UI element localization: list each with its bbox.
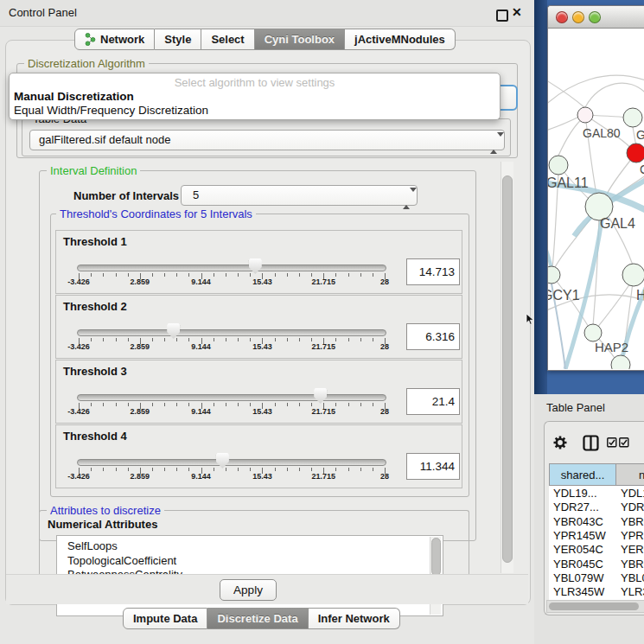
threshold-value-field[interactable]: 21.4 — [406, 388, 460, 415]
table-cell[interactable]: YBR043C — [553, 515, 603, 528]
tab-select[interactable]: Select — [201, 29, 254, 50]
threshold-4-block: Threshold 4-3.4262.8599.14415.4321.71528… — [55, 424, 462, 488]
network-node[interactable] — [622, 264, 644, 286]
threshold-value-field[interactable]: 14.713 — [406, 258, 460, 285]
threshold-2-block: Threshold 2-3.4262.8599.14415.4321.71528… — [55, 295, 462, 359]
table-cell[interactable]: YDR2 — [621, 501, 644, 513]
table-cell[interactable]: YLR3 — [621, 585, 644, 598]
network-edge[interactable] — [585, 83, 644, 107]
slider-tick — [152, 403, 153, 406]
float-window-icon[interactable] — [496, 10, 508, 22]
network-view-window[interactable]: GAL80GCGAL11GAL4GCY1HHAP2 — [547, 5, 644, 371]
slider-thumb[interactable] — [167, 323, 180, 339]
threshold-label: Threshold 3 — [63, 365, 127, 378]
minimize-traffic-light[interactable] — [572, 11, 584, 23]
network-node[interactable] — [627, 143, 644, 163]
threshold-value-field[interactable]: 11.344 — [406, 453, 460, 480]
network-canvas[interactable]: GAL80GCGAL11GAL4GCY1HHAP2 — [548, 29, 644, 369]
slider-track[interactable] — [77, 265, 386, 271]
close-icon[interactable]: ✕ — [512, 5, 522, 19]
table-cell[interactable]: YER054C — [553, 543, 603, 556]
network-node[interactable] — [584, 324, 602, 341]
slider-track[interactable] — [77, 459, 386, 466]
slider-track[interactable] — [77, 394, 386, 401]
table-cell[interactable]: YPR145W — [553, 529, 606, 542]
gear-icon[interactable] — [552, 435, 568, 450]
slider-tick — [275, 273, 276, 277]
column-header-shared[interactable]: shared... — [549, 463, 615, 486]
table-cell[interactable]: YDL1 — [621, 487, 644, 500]
table-data-combobox[interactable]: galFiltered.sif default node — [29, 130, 505, 150]
slider-tick — [91, 338, 92, 341]
slider-tick — [188, 403, 189, 406]
tab-style[interactable]: Style — [155, 29, 201, 50]
table-cell[interactable]: YDR27... — [553, 501, 599, 513]
bottom-tab-impute-data[interactable]: Impute Data — [123, 608, 207, 629]
slider-tick — [287, 273, 288, 277]
slider-tick — [91, 273, 92, 277]
network-node[interactable] — [577, 107, 593, 123]
apply-button[interactable]: Apply — [220, 579, 277, 601]
close-traffic-light[interactable] — [556, 11, 568, 23]
checkbox-icons[interactable] — [607, 437, 629, 448]
number-of-intervals-value: 5 — [193, 186, 199, 205]
network-node-label: C — [640, 163, 644, 176]
column-header-name[interactable]: n — [615, 463, 644, 486]
slider-tick — [250, 273, 251, 277]
table-cell[interactable]: YDL19... — [553, 487, 597, 500]
zoom-traffic-light[interactable] — [589, 11, 601, 23]
network-node[interactable] — [548, 266, 560, 284]
slider-track[interactable] — [77, 329, 386, 336]
slider-tick — [164, 338, 165, 341]
dropdown-option-2[interactable]: Equal Width/Frequency Discretization — [14, 104, 208, 117]
table-cell[interactable]: YPR1 — [621, 529, 644, 542]
tab-network[interactable]: Network — [74, 29, 155, 50]
threshold-value-field[interactable]: 6.316 — [406, 323, 460, 350]
slider-tick — [226, 468, 226, 471]
bottom-tab-infer-network[interactable]: Infer Network — [309, 608, 400, 629]
table-rows[interactable]: YDL19...YDL1YDR27...YDR2YBR043CYBR0YPR14… — [549, 486, 644, 600]
attribute-item[interactable]: TopologicalCoefficient — [67, 554, 176, 567]
slider-tick — [238, 338, 239, 341]
threshold-label: Threshold 1 — [63, 235, 127, 248]
slider-tick — [311, 468, 312, 471]
tab-cyni-toolbox[interactable]: Cyni Toolbox — [255, 29, 345, 50]
tab-jactivemnodules[interactable]: jActiveMNodules — [345, 29, 456, 50]
network-edge[interactable] — [593, 284, 630, 333]
slider-tick-label: 15.43 — [243, 342, 281, 351]
slider-thumb[interactable] — [314, 388, 327, 404]
slider-tick — [250, 468, 251, 471]
table-cell[interactable]: YER0 — [621, 543, 644, 556]
bottom-tab-discretize-data[interactable]: Discretize Data — [207, 608, 308, 629]
slider-tick — [348, 403, 349, 406]
network-node[interactable] — [549, 156, 568, 175]
table-cell[interactable]: YBR0 — [621, 558, 644, 571]
table-data-combobox-value: galFiltered.sif default node — [39, 131, 170, 150]
slider-tick — [176, 468, 177, 471]
table-cell[interactable]: YLR345W — [553, 585, 604, 598]
slider-tick — [103, 468, 104, 471]
slider-tick-label: 2.859 — [121, 277, 159, 286]
table-cell[interactable]: YBR045C — [553, 558, 603, 571]
dropdown-option-1[interactable]: Manual Discretization — [14, 90, 134, 103]
slider-thumb[interactable] — [216, 453, 229, 469]
interval-definition-title: Interval Definition — [47, 164, 140, 177]
control-panel-title: Control Panel — [9, 6, 77, 19]
table-cell[interactable]: YBL079W — [553, 571, 604, 584]
network-node[interactable] — [623, 108, 642, 127]
slider-tick — [250, 338, 251, 341]
slider-tick — [116, 468, 117, 471]
slider-thumb[interactable] — [249, 258, 262, 274]
slider-tick — [116, 273, 117, 277]
number-of-intervals-combobox[interactable]: 5 — [181, 185, 418, 206]
attribute-item[interactable]: SelfLoops — [67, 539, 118, 552]
slider-tick — [250, 403, 251, 406]
horizontal-scrollbar[interactable] — [546, 600, 644, 613]
table-cell[interactable]: YBL0 — [621, 571, 644, 584]
panel-scrollbar[interactable] — [501, 162, 513, 573]
slider-tick-label: 28 — [366, 407, 404, 416]
network-edge[interactable] — [548, 236, 552, 269]
network-edge[interactable] — [548, 76, 585, 108]
table-cell[interactable]: YBR0 — [621, 515, 644, 528]
split-columns-icon[interactable] — [583, 435, 599, 451]
